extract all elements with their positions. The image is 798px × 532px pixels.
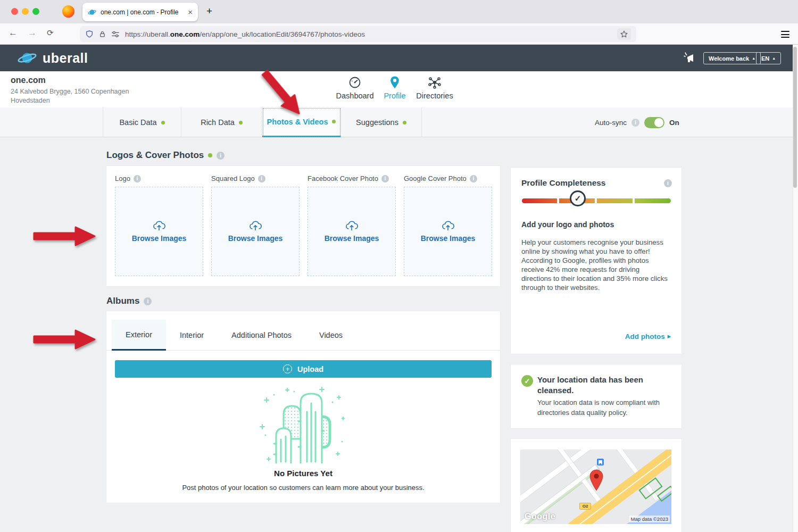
info-icon[interactable]: i — [217, 152, 225, 160]
language-menu[interactable]: EN ▲ — [756, 52, 781, 64]
address-line-1: 24 Kalvebod Brygge, 1560 Copenhagen — [11, 87, 129, 96]
map-pin-icon — [389, 76, 401, 89]
uploader-label: Facebook Cover Photoi — [307, 174, 396, 182]
tab-photos-videos-label: Photos & Videos — [267, 118, 328, 126]
browser-tabstrip: one.com | one.com - Profile × + — [0, 0, 798, 23]
bar-gap — [633, 198, 635, 204]
map-pin-marker — [588, 469, 604, 491]
logos-heading-label: Logos & Cover Photos — [106, 150, 204, 161]
info-icon[interactable]: i — [470, 175, 477, 182]
info-icon[interactable]: i — [144, 297, 152, 305]
cloud-upload-icon — [345, 220, 358, 231]
scrollbar-thumb[interactable] — [793, 47, 797, 188]
logos-section-heading: Logos & Cover Photos i — [106, 150, 225, 161]
location-cleansed-card: ✓ Your location data has been cleansed. … — [511, 364, 681, 428]
uberall-planet-icon — [16, 49, 38, 67]
album-tab-interior[interactable]: Interior — [166, 320, 218, 351]
play-arrow-icon: ▶ — [668, 334, 671, 339]
shield-icon[interactable] — [85, 30, 94, 38]
autosync-toggle[interactable] — [644, 117, 664, 128]
app-header: uberall Welcome back ▲ EN ▲ — [0, 45, 793, 71]
tab-suggestions-label: Suggestions — [356, 118, 398, 127]
info-icon[interactable]: i — [664, 179, 672, 187]
status-dot — [161, 121, 165, 124]
forward-button[interactable]: → — [28, 28, 37, 38]
url-domain: one.com — [170, 30, 200, 38]
album-tab-videos[interactable]: Videos — [305, 320, 356, 351]
profile-tab-bar: Basic Data Rich Data Photos & Videos Sug… — [0, 107, 793, 137]
cleansed-body: Your location data is now compliant with… — [537, 397, 674, 418]
url-text[interactable]: https://uberall.one.com/en/app/one_uk/lo… — [125, 30, 617, 38]
star-icon — [620, 30, 628, 38]
map-attribution: Map data ©2023 — [629, 516, 670, 522]
tab-rich-data[interactable]: Rich Data — [181, 107, 262, 137]
tab-rich-data-label: Rich Data — [201, 118, 235, 127]
info-icon[interactable]: i — [631, 119, 639, 127]
url-bar[interactable]: https://uberall.one.com/en/app/one_uk/lo… — [80, 26, 636, 42]
minimize-window-button[interactable] — [22, 8, 29, 15]
uploader-label: Google Cover Photoi — [404, 174, 492, 182]
menu-button[interactable] — [781, 31, 789, 40]
tab-close-icon[interactable]: × — [188, 8, 193, 16]
browse-images-dropzone[interactable]: Browse Images — [404, 187, 492, 276]
google-map[interactable]: O2 Google Map data ©2023 — [520, 450, 671, 524]
info-icon[interactable]: i — [134, 175, 141, 182]
close-window-button[interactable] — [11, 8, 18, 15]
upload-button[interactable]: + Upload — [115, 360, 492, 378]
squared-logo-uploader: Squared Logoi Browse Images — [211, 174, 300, 276]
info-icon[interactable]: i — [258, 175, 265, 182]
welcome-back-menu[interactable]: Welcome back ▲ — [703, 52, 761, 64]
cloud-upload-icon — [442, 220, 454, 231]
route-badge: O2 — [579, 503, 591, 510]
map-card: O2 Google Map data ©2023 — [511, 439, 681, 532]
autosync-state: On — [669, 119, 679, 127]
add-photos-link[interactable]: Add photos ▶ — [625, 332, 671, 340]
back-button[interactable]: ← — [9, 28, 18, 38]
browse-images-label: Browse Images — [132, 234, 187, 243]
language-label: EN — [761, 55, 769, 62]
completeness-marker: ✓ — [570, 190, 586, 206]
toggle-knob — [654, 118, 663, 127]
cactus-illustration — [258, 384, 348, 464]
facebook-cover-uploader: Facebook Cover Photoi Browse Images — [307, 174, 396, 276]
albums-section-heading: Albums i — [106, 296, 152, 306]
browse-images-label: Browse Images — [325, 234, 379, 243]
caret-up-icon: ▲ — [752, 56, 755, 60]
announcement-icon[interactable] — [683, 52, 697, 64]
location-address: 24 Kalvebod Brygge, 1560 Copenhagen Hove… — [11, 87, 129, 105]
uploader-label: Logoi — [115, 174, 203, 182]
info-icon[interactable]: i — [381, 175, 389, 182]
nav-directories[interactable]: Directories — [405, 76, 464, 100]
url-prefix: https://uberall. — [125, 30, 170, 38]
browse-images-label: Browse Images — [228, 234, 283, 243]
google-logo: Google — [525, 512, 555, 521]
permissions-icon[interactable] — [111, 30, 120, 38]
status-dot — [208, 153, 212, 157]
reload-button[interactable]: ⟳ — [47, 28, 54, 38]
album-tab-additional-photos[interactable]: Additional Photos — [218, 320, 305, 351]
new-tab-button[interactable]: + — [206, 5, 212, 17]
tab-suggestions[interactable]: Suggestions — [341, 107, 422, 137]
status-dot — [239, 121, 243, 124]
cleansed-title: Your location data has been cleansed. — [537, 375, 670, 396]
plus-circle-icon: + — [283, 364, 292, 373]
bookmark-star-button[interactable] — [617, 28, 631, 40]
caret-up-icon: ▲ — [772, 56, 776, 60]
logo-uploader: Logoi Browse Images — [115, 174, 203, 276]
tab-basic-data[interactable]: Basic Data — [103, 107, 181, 137]
cloud-upload-icon — [249, 220, 262, 231]
maximize-window-button[interactable] — [32, 8, 39, 15]
browser-tab[interactable]: one.com | one.com - Profile × — [82, 3, 198, 21]
add-photos-label: Add photos — [625, 332, 665, 340]
profile-completeness-card: Profile Completeness i ✓ Add your logo a… — [511, 168, 681, 354]
tab-basic-data-label: Basic Data — [119, 118, 156, 127]
uberall-favicon — [88, 8, 96, 16]
lock-icon[interactable] — [98, 30, 106, 38]
tab-title: one.com | one.com - Profile — [101, 9, 185, 16]
album-tab-exterior[interactable]: Exterior — [112, 320, 166, 351]
browse-images-dropzone[interactable]: Browse Images — [307, 187, 396, 276]
browse-images-dropzone[interactable]: Browse Images — [115, 187, 203, 276]
uberall-logo[interactable]: uberall — [16, 49, 88, 67]
browse-images-dropzone[interactable]: Browse Images — [211, 187, 300, 276]
browser-window: one.com | one.com - Profile × + ← → ⟳ ht… — [0, 0, 798, 532]
